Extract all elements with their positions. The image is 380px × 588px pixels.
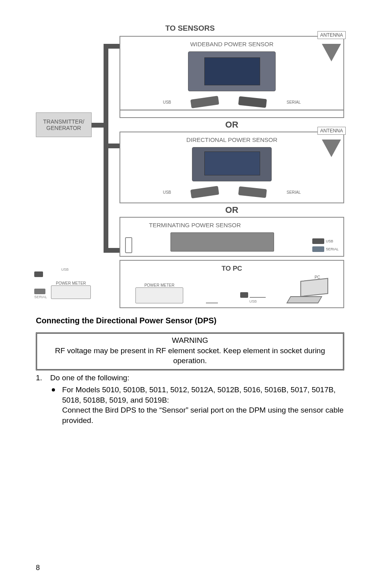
diagram-top-title: TO SENSORS [36, 24, 344, 33]
wideband-sensor-box: ANTENNA WIDEBAND POWER SENSOR USB SERIAL [119, 36, 344, 118]
power-meter-device-icon [135, 287, 183, 303]
transmitter-generator-box: TRANSMITTER/ GENERATOR [36, 112, 92, 137]
antenna-icon [322, 44, 341, 61]
power-meter-device-icon [51, 285, 91, 299]
vertical-connector-line [104, 44, 108, 253]
laptop-icon [288, 279, 328, 303]
usb-connector-icon [34, 271, 43, 277]
serial-label: SERIAL [286, 190, 301, 195]
diagram-right-column: ANTENNA WIDEBAND POWER SENSOR USB SERIAL… [119, 36, 344, 308]
step-text: Do one of the following: [50, 374, 344, 382]
connector-line [104, 144, 120, 148]
serial-plug-icon [239, 96, 267, 108]
or-separator: OR [119, 203, 344, 217]
serial-label: SERIAL [34, 295, 47, 299]
serial-label: SERIAL [286, 100, 301, 104]
serial-connector-icon [34, 289, 45, 294]
to-pc-box: TO PC POWER METER USB PC [119, 260, 344, 308]
warning-body: RF voltage may be present in RF element … [41, 346, 339, 366]
connector-icon [125, 237, 132, 253]
tx-gen-label: TRANSMITTER/ GENERATOR [43, 118, 84, 131]
section-heading: Connecting the Directional Power Sensor … [36, 316, 344, 325]
power-meter-group: POWER METER [135, 283, 183, 303]
usb-label: USB [163, 190, 171, 195]
terminating-sensor-box: TERMINATING POWER SENSOR USB SERIAL [119, 217, 344, 257]
terminating-device-icon [170, 232, 274, 252]
directional-title: DIRECTIONAL POWER SENSOR [125, 136, 339, 143]
connection-line [206, 303, 218, 303]
usb-connector-group: USB [240, 292, 266, 303]
antenna-icon [322, 140, 341, 157]
to-pc-title: TO PC [124, 265, 339, 273]
usb-connector-icon [240, 292, 248, 298]
usb-connector-icon [312, 238, 324, 244]
warning-box: WARNING RF voltage may be present in RF … [36, 332, 344, 370]
bullet-item: For Models 5010, 5010B, 5011, 5012, 5012… [36, 385, 344, 426]
bullet-icon [52, 388, 55, 391]
pc-group: PC [288, 275, 328, 303]
usb-plug-icon [190, 186, 219, 199]
serial-label: SERIAL [326, 247, 339, 251]
usb-plug-icon [190, 96, 219, 108]
diagram-left-column: TRANSMITTER/ GENERATOR USB SERIAL POWER … [36, 36, 119, 308]
wideband-title: WIDEBAND POWER SENSOR [125, 41, 339, 47]
usb-label: USB [240, 299, 266, 303]
left-power-meter-area: USB SERIAL POWER METER [34, 267, 91, 299]
connector-line [92, 123, 104, 128]
bullet-line-2: Connect the Bird DPS to the “Sensor” ser… [62, 406, 344, 425]
connector-line [104, 248, 120, 253]
antenna-label: ANTENNA [317, 31, 346, 39]
power-meter-label: POWER METER [51, 281, 91, 285]
step-item: 1. Do one of the following: [36, 374, 344, 382]
or-separator: OR [119, 118, 344, 132]
terminating-title: TERMINATING POWER SENSOR [125, 222, 339, 228]
connection-diagram: TO SENSORS TRANSMITTER/ GENERATOR USB SE… [36, 24, 344, 308]
warning-title: WARNING [41, 335, 339, 346]
wideband-device-icon [188, 51, 276, 91]
directional-device-icon [192, 147, 272, 181]
directional-sensor-box: ANTENNA DIRECTIONAL POWER SENSOR USB SER… [119, 132, 344, 203]
usb-label: USB [326, 239, 333, 243]
serial-connector-icon [312, 246, 324, 252]
power-meter-label: POWER METER [135, 283, 183, 287]
bullet-line-1: For Models 5010, 5010B, 5011, 5012, 5012… [62, 385, 336, 404]
connector-line [104, 44, 120, 49]
usb-label: USB [163, 100, 171, 104]
bullet-text: For Models 5010, 5010B, 5011, 5012, 5012… [62, 385, 344, 426]
usb-label: USB [61, 267, 69, 271]
step-number: 1. [36, 374, 43, 382]
page-number: 8 [36, 564, 40, 572]
antenna-label: ANTENNA [317, 127, 346, 135]
serial-plug-icon [239, 186, 267, 198]
